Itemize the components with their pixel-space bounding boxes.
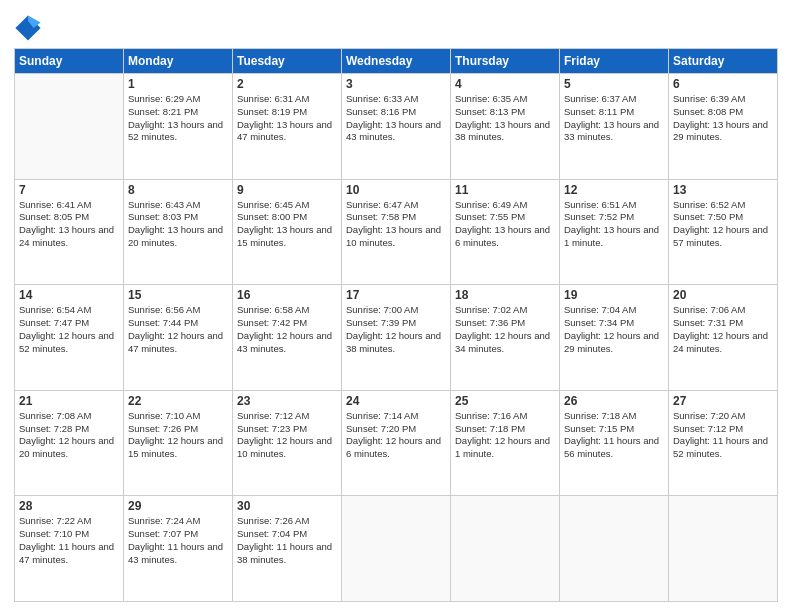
day-info: Sunrise: 6:33 AMSunset: 8:16 PMDaylight:… — [346, 93, 446, 144]
day-cell: 17 Sunrise: 7:00 AMSunset: 7:39 PMDaylig… — [342, 285, 451, 391]
day-number: 30 — [237, 499, 337, 513]
day-info: Sunrise: 7:14 AMSunset: 7:20 PMDaylight:… — [346, 410, 446, 461]
day-number: 14 — [19, 288, 119, 302]
day-info: Sunrise: 6:51 AMSunset: 7:52 PMDaylight:… — [564, 199, 664, 250]
day-number: 16 — [237, 288, 337, 302]
day-number: 11 — [455, 183, 555, 197]
day-cell: 15 Sunrise: 6:56 AMSunset: 7:44 PMDaylig… — [124, 285, 233, 391]
day-info: Sunrise: 7:20 AMSunset: 7:12 PMDaylight:… — [673, 410, 773, 461]
header — [14, 10, 778, 42]
day-number: 28 — [19, 499, 119, 513]
day-cell: 2 Sunrise: 6:31 AMSunset: 8:19 PMDayligh… — [233, 74, 342, 180]
day-number: 6 — [673, 77, 773, 91]
day-info: Sunrise: 6:41 AMSunset: 8:05 PMDaylight:… — [19, 199, 119, 250]
logo-icon — [14, 14, 42, 42]
day-number: 2 — [237, 77, 337, 91]
header-day-thursday: Thursday — [451, 49, 560, 74]
day-number: 9 — [237, 183, 337, 197]
week-row-2: 7 Sunrise: 6:41 AMSunset: 8:05 PMDayligh… — [15, 179, 778, 285]
calendar: SundayMondayTuesdayWednesdayThursdayFrid… — [14, 48, 778, 602]
day-info: Sunrise: 6:31 AMSunset: 8:19 PMDaylight:… — [237, 93, 337, 144]
day-info: Sunrise: 6:49 AMSunset: 7:55 PMDaylight:… — [455, 199, 555, 250]
day-cell: 27 Sunrise: 7:20 AMSunset: 7:12 PMDaylig… — [669, 390, 778, 496]
day-cell: 29 Sunrise: 7:24 AMSunset: 7:07 PMDaylig… — [124, 496, 233, 602]
day-cell: 5 Sunrise: 6:37 AMSunset: 8:11 PMDayligh… — [560, 74, 669, 180]
day-cell: 12 Sunrise: 6:51 AMSunset: 7:52 PMDaylig… — [560, 179, 669, 285]
day-number: 17 — [346, 288, 446, 302]
day-number: 4 — [455, 77, 555, 91]
day-cell: 8 Sunrise: 6:43 AMSunset: 8:03 PMDayligh… — [124, 179, 233, 285]
day-info: Sunrise: 7:22 AMSunset: 7:10 PMDaylight:… — [19, 515, 119, 566]
day-info: Sunrise: 7:10 AMSunset: 7:26 PMDaylight:… — [128, 410, 228, 461]
logo — [14, 14, 46, 42]
day-cell: 21 Sunrise: 7:08 AMSunset: 7:28 PMDaylig… — [15, 390, 124, 496]
day-info: Sunrise: 6:29 AMSunset: 8:21 PMDaylight:… — [128, 93, 228, 144]
day-cell: 18 Sunrise: 7:02 AMSunset: 7:36 PMDaylig… — [451, 285, 560, 391]
day-cell: 13 Sunrise: 6:52 AMSunset: 7:50 PMDaylig… — [669, 179, 778, 285]
day-cell — [560, 496, 669, 602]
day-cell: 30 Sunrise: 7:26 AMSunset: 7:04 PMDaylig… — [233, 496, 342, 602]
day-info: Sunrise: 6:39 AMSunset: 8:08 PMDaylight:… — [673, 93, 773, 144]
day-number: 20 — [673, 288, 773, 302]
day-number: 27 — [673, 394, 773, 408]
day-cell: 19 Sunrise: 7:04 AMSunset: 7:34 PMDaylig… — [560, 285, 669, 391]
day-info: Sunrise: 7:06 AMSunset: 7:31 PMDaylight:… — [673, 304, 773, 355]
day-number: 10 — [346, 183, 446, 197]
day-info: Sunrise: 7:12 AMSunset: 7:23 PMDaylight:… — [237, 410, 337, 461]
day-number: 5 — [564, 77, 664, 91]
day-number: 22 — [128, 394, 228, 408]
day-cell — [342, 496, 451, 602]
day-info: Sunrise: 6:35 AMSunset: 8:13 PMDaylight:… — [455, 93, 555, 144]
day-cell: 22 Sunrise: 7:10 AMSunset: 7:26 PMDaylig… — [124, 390, 233, 496]
day-number: 8 — [128, 183, 228, 197]
header-day-monday: Monday — [124, 49, 233, 74]
day-number: 15 — [128, 288, 228, 302]
week-row-3: 14 Sunrise: 6:54 AMSunset: 7:47 PMDaylig… — [15, 285, 778, 391]
day-info: Sunrise: 6:52 AMSunset: 7:50 PMDaylight:… — [673, 199, 773, 250]
calendar-header: SundayMondayTuesdayWednesdayThursdayFrid… — [15, 49, 778, 74]
day-info: Sunrise: 7:16 AMSunset: 7:18 PMDaylight:… — [455, 410, 555, 461]
day-info: Sunrise: 6:56 AMSunset: 7:44 PMDaylight:… — [128, 304, 228, 355]
day-cell: 28 Sunrise: 7:22 AMSunset: 7:10 PMDaylig… — [15, 496, 124, 602]
day-cell: 1 Sunrise: 6:29 AMSunset: 8:21 PMDayligh… — [124, 74, 233, 180]
day-cell: 7 Sunrise: 6:41 AMSunset: 8:05 PMDayligh… — [15, 179, 124, 285]
day-info: Sunrise: 7:04 AMSunset: 7:34 PMDaylight:… — [564, 304, 664, 355]
day-info: Sunrise: 7:24 AMSunset: 7:07 PMDaylight:… — [128, 515, 228, 566]
day-number: 29 — [128, 499, 228, 513]
day-cell: 3 Sunrise: 6:33 AMSunset: 8:16 PMDayligh… — [342, 74, 451, 180]
day-cell — [15, 74, 124, 180]
header-day-tuesday: Tuesday — [233, 49, 342, 74]
day-number: 24 — [346, 394, 446, 408]
day-cell: 16 Sunrise: 6:58 AMSunset: 7:42 PMDaylig… — [233, 285, 342, 391]
day-number: 19 — [564, 288, 664, 302]
day-number: 25 — [455, 394, 555, 408]
day-info: Sunrise: 6:54 AMSunset: 7:47 PMDaylight:… — [19, 304, 119, 355]
day-cell: 23 Sunrise: 7:12 AMSunset: 7:23 PMDaylig… — [233, 390, 342, 496]
day-info: Sunrise: 6:45 AMSunset: 8:00 PMDaylight:… — [237, 199, 337, 250]
day-number: 3 — [346, 77, 446, 91]
day-info: Sunrise: 6:58 AMSunset: 7:42 PMDaylight:… — [237, 304, 337, 355]
day-cell: 10 Sunrise: 6:47 AMSunset: 7:58 PMDaylig… — [342, 179, 451, 285]
day-cell: 20 Sunrise: 7:06 AMSunset: 7:31 PMDaylig… — [669, 285, 778, 391]
day-cell — [669, 496, 778, 602]
day-number: 13 — [673, 183, 773, 197]
day-info: Sunrise: 6:47 AMSunset: 7:58 PMDaylight:… — [346, 199, 446, 250]
calendar-body: 1 Sunrise: 6:29 AMSunset: 8:21 PMDayligh… — [15, 74, 778, 602]
day-info: Sunrise: 6:37 AMSunset: 8:11 PMDaylight:… — [564, 93, 664, 144]
day-cell: 14 Sunrise: 6:54 AMSunset: 7:47 PMDaylig… — [15, 285, 124, 391]
day-info: Sunrise: 7:02 AMSunset: 7:36 PMDaylight:… — [455, 304, 555, 355]
day-cell: 11 Sunrise: 6:49 AMSunset: 7:55 PMDaylig… — [451, 179, 560, 285]
day-cell: 25 Sunrise: 7:16 AMSunset: 7:18 PMDaylig… — [451, 390, 560, 496]
day-cell: 26 Sunrise: 7:18 AMSunset: 7:15 PMDaylig… — [560, 390, 669, 496]
page: SundayMondayTuesdayWednesdayThursdayFrid… — [0, 0, 792, 612]
day-number: 18 — [455, 288, 555, 302]
day-info: Sunrise: 6:43 AMSunset: 8:03 PMDaylight:… — [128, 199, 228, 250]
header-day-sunday: Sunday — [15, 49, 124, 74]
day-cell — [451, 496, 560, 602]
day-number: 1 — [128, 77, 228, 91]
day-info: Sunrise: 7:18 AMSunset: 7:15 PMDaylight:… — [564, 410, 664, 461]
week-row-4: 21 Sunrise: 7:08 AMSunset: 7:28 PMDaylig… — [15, 390, 778, 496]
header-day-wednesday: Wednesday — [342, 49, 451, 74]
day-cell: 4 Sunrise: 6:35 AMSunset: 8:13 PMDayligh… — [451, 74, 560, 180]
day-number: 23 — [237, 394, 337, 408]
